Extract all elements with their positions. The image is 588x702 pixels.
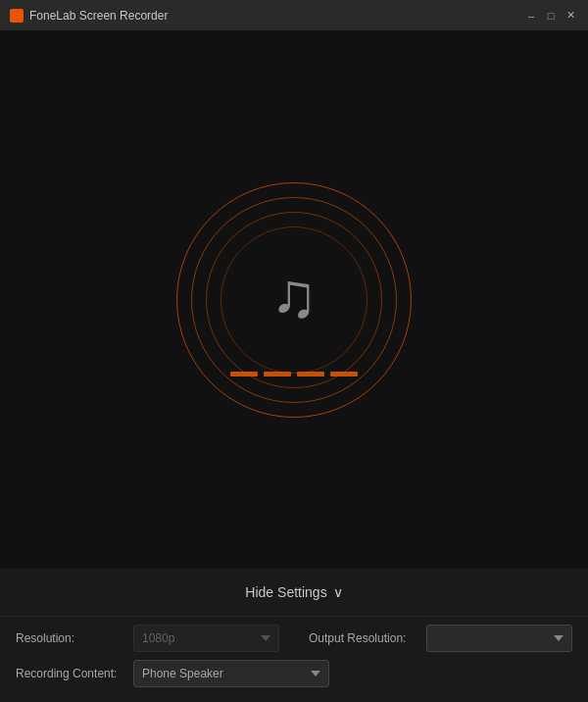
main-area: ♫ [0, 31, 588, 569]
hide-settings-text: Hide Settings ∨ [245, 584, 342, 600]
title-bar-controls: – □ ✕ [523, 8, 578, 24]
output-resolution-select[interactable] [426, 625, 572, 652]
title-bar-left: FoneLab Screen Recorder [10, 9, 168, 23]
chevron-down-icon: ∨ [333, 584, 343, 600]
recording-content-select[interactable]: Phone Speaker [133, 660, 329, 687]
settings-row-resolution: Resolution: 1080p Output Resolution: [16, 625, 572, 652]
recording-content-group: Recording Content: Phone Speaker [16, 660, 572, 687]
close-button[interactable]: ✕ [563, 8, 578, 24]
recording-content-label: Recording Content: [16, 667, 123, 680]
minimize-button[interactable]: – [523, 8, 539, 24]
resolution-select[interactable]: 1080p [133, 625, 279, 652]
hide-settings-label: Hide Settings [245, 584, 326, 600]
app-icon [10, 9, 24, 23]
output-resolution-group: Output Resolution: [289, 625, 572, 652]
resolution-label: Resolution: [16, 631, 123, 645]
music-note-icon: ♫ [270, 264, 318, 326]
audio-visual: ♫ [167, 173, 421, 427]
settings-row-recording: Recording Content: Phone Speaker [16, 660, 572, 687]
maximize-button[interactable]: □ [543, 8, 559, 24]
app-title: FoneLab Screen Recorder [29, 9, 168, 23]
hide-settings-bar[interactable]: Hide Settings ∨ [0, 569, 588, 616]
eq-bar-2 [264, 372, 291, 376]
resolution-group: Resolution: 1080p [16, 625, 279, 652]
eq-bar-3 [297, 372, 324, 376]
title-bar: FoneLab Screen Recorder – □ ✕ [0, 0, 588, 31]
eq-bars [230, 372, 358, 376]
eq-bar-4 [330, 372, 358, 376]
output-resolution-label: Output Resolution: [309, 631, 416, 645]
settings-panel: Resolution: 1080p Output Resolution: Rec… [0, 616, 588, 702]
eq-bar-1 [230, 372, 258, 376]
